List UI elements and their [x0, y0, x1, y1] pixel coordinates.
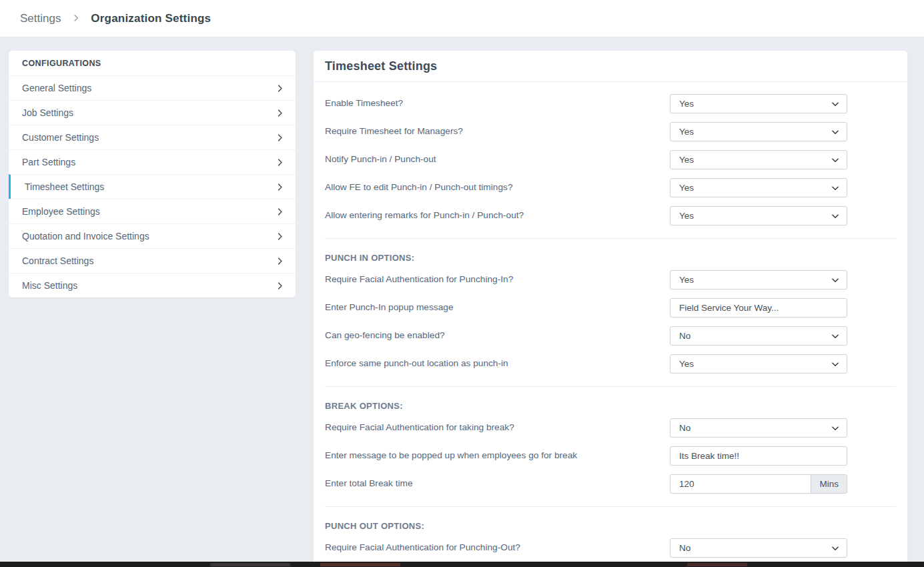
breadcrumb-separator-icon [71, 13, 81, 23]
sidebar-item-label: Misc Settings [22, 281, 77, 290]
setting-label: Enable Timesheet? [325, 94, 403, 109]
configurations-sidebar: CONFIGURATIONS General Settings Job Sett… [9, 51, 296, 298]
sidebar-item-label: General Settings [22, 83, 91, 93]
setting-row: Can geo-fencing be enabled? No [325, 326, 896, 346]
timesheet-settings-panel: Timesheet Settings Enable Timesheet? Yes… [314, 51, 907, 567]
sidebar-item-part-settings[interactable]: Part Settings [9, 149, 296, 174]
setting-row: Require Timesheet for Managers? Yes [325, 122, 896, 141]
sidebar-item-label: Job Settings [22, 108, 73, 117]
sidebar-item-label: Contract Settings [22, 256, 93, 265]
chevron-right-icon [275, 108, 285, 118]
panel-header: Timesheet Settings [314, 51, 907, 82]
setting-require-facial-authentication-for-punching-out[interactable]: No [670, 538, 847, 558]
sidebar-item-job-settings[interactable]: Job Settings [9, 100, 296, 125]
panel-body: Enable Timesheet? Yes Require Timesheet … [314, 82, 907, 567]
section-divider [325, 506, 896, 507]
setting-row: Allow entering remarks for Punch-in / Pu… [325, 206, 896, 225]
setting-can-geo-fencing-be-enabled[interactable]: No [670, 326, 847, 346]
content-area: CONFIGURATIONS General Settings Job Sett… [0, 37, 924, 567]
bottom-bar-segment [320, 563, 400, 566]
setting-label: Enter total Break time [325, 474, 413, 489]
sidebar-item-quotation-and-invoice-settings[interactable]: Quotation and Invoice Settings [9, 223, 296, 248]
sidebar-item-label: Timesheet Settings [25, 182, 104, 191]
setting-enter-total-break-time[interactable] [670, 474, 811, 494]
setting-row: Notify Punch-in / Punch-out Yes [325, 150, 896, 169]
sidebar-item-label: Customer Settings [22, 133, 99, 142]
bottom-bar-segment [210, 563, 290, 566]
section-header: PUNCH OUT OPTIONS: [325, 521, 896, 531]
setting-label: Require Timesheet for Managers? [325, 122, 463, 137]
section-divider [325, 238, 896, 239]
setting-enforce-same-punch-out-location-as-punch-in[interactable]: Yes [670, 354, 847, 374]
setting-label: Require Facial Authentication for Punchi… [325, 538, 520, 553]
chevron-right-icon [275, 231, 285, 241]
setting-label: Notify Punch-in / Punch-out [325, 150, 436, 165]
setting-row: Require Facial Authentication for Punchi… [325, 538, 896, 558]
setting-label: Allow FE to edit Punch-in / Punch-out ti… [325, 178, 513, 193]
sidebar-list: General Settings Job Settings Customer S… [9, 75, 296, 298]
setting-row: Enter message to be popped up when emplo… [325, 446, 896, 466]
setting-require-facial-authentication-for-taking-break[interactable]: No [670, 418, 847, 438]
setting-allow-entering-remarks-for-punch-in-punch-out[interactable]: Yes [670, 206, 847, 225]
topbar: Settings Organization Settings [0, 0, 924, 37]
sidebar-item-label: Employee Settings [22, 207, 100, 216]
breadcrumb: Settings Organization Settings [20, 12, 211, 25]
chevron-right-icon [275, 281, 285, 291]
setting-notify-punch-in-punch-out[interactable]: Yes [670, 150, 847, 169]
input-addon-unit: Mins [811, 474, 847, 494]
setting-label: Can geo-fencing be enabled? [325, 326, 445, 341]
sidebar-item-timesheet-settings[interactable]: Timesheet Settings [9, 174, 296, 199]
breadcrumb-settings-link[interactable]: Settings [20, 12, 61, 25]
chevron-right-icon [275, 207, 285, 217]
section-header: PUNCH IN OPTIONS: [325, 253, 896, 263]
setting-enter-punch-in-popup-message[interactable] [670, 298, 847, 318]
chevron-right-icon [275, 157, 285, 167]
sidebar-item-general-settings[interactable]: General Settings [9, 75, 296, 100]
setting-enable-timesheet[interactable]: Yes [670, 94, 847, 113]
bottom-bar-segment [687, 563, 747, 566]
setting-require-timesheet-for-managers[interactable]: Yes [670, 122, 847, 141]
setting-row: Enable Timesheet? Yes [325, 94, 896, 113]
section-header: BREAK OPTIONS: [325, 401, 896, 411]
setting-row: Enforce same punch-out location as punch… [325, 354, 896, 374]
setting-row: Enter Punch-In popup message [325, 298, 896, 318]
setting-row: Enter total Break time Mins [325, 474, 896, 494]
breadcrumb-current-page: Organization Settings [91, 12, 211, 25]
sidebar-item-employee-settings[interactable]: Employee Settings [9, 199, 296, 223]
setting-label: Enforce same punch-out location as punch… [325, 354, 508, 369]
sidebar-item-label: Quotation and Invoice Settings [22, 231, 149, 241]
chevron-right-icon [275, 133, 285, 143]
sidebar-item-label: Part Settings [22, 157, 75, 167]
setting-row: Allow FE to edit Punch-in / Punch-out ti… [325, 178, 896, 197]
setting-label: Require Facial Authentication for taking… [325, 418, 514, 433]
sidebar-item-contract-settings[interactable]: Contract Settings [9, 248, 296, 273]
setting-label: Require Facial Authentication for Punchi… [325, 270, 513, 285]
setting-label: Allow entering remarks for Punch-in / Pu… [325, 206, 524, 221]
panel-title: Timesheet Settings [325, 59, 437, 73]
setting-label: Enter message to be popped up when emplo… [325, 446, 577, 461]
setting-row: Require Facial Authentication for taking… [325, 418, 896, 438]
chevron-right-icon [275, 256, 285, 266]
sidebar-header: CONFIGURATIONS [9, 51, 296, 75]
chevron-right-icon [275, 182, 285, 192]
section-divider [325, 386, 896, 387]
setting-label: Enter Punch-In popup message [325, 298, 454, 313]
sidebar-item-customer-settings[interactable]: Customer Settings [9, 125, 296, 149]
setting-row: Require Facial Authentication for Punchi… [325, 270, 896, 290]
setting-require-facial-authentication-for-punching-in[interactable]: Yes [670, 270, 847, 290]
chevron-right-icon [275, 83, 285, 93]
setting-enter-message-to-be-popped-up-when-employees-go-for-break[interactable] [670, 446, 847, 466]
bottom-bar [0, 562, 924, 567]
sidebar-item-misc-settings[interactable]: Misc Settings [9, 273, 296, 298]
setting-allow-fe-to-edit-punch-in-punch-out-timings[interactable]: Yes [670, 178, 847, 197]
